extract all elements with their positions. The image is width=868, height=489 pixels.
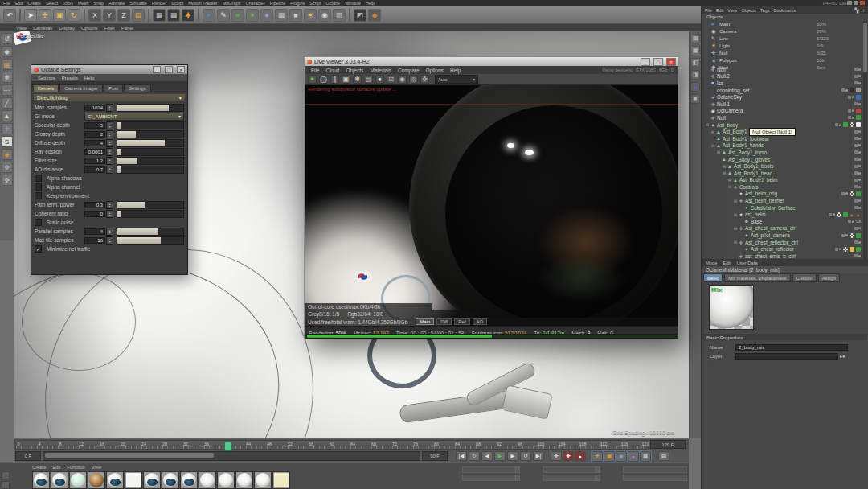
stepper-icon[interactable]: ▴▾	[106, 148, 113, 156]
material-thumbnail-6[interactable]	[125, 471, 142, 489]
slider[interactable]	[117, 236, 184, 244]
visibility-dots[interactable]	[841, 88, 861, 92]
lock-resolution-icon[interactable]: ✜	[420, 75, 429, 84]
undo-icon[interactable]: ↶	[3, 9, 16, 22]
viewport-menu-cameras[interactable]: Cameras	[33, 26, 52, 31]
range-end-field[interactable]: 90 F	[422, 451, 448, 461]
menu-simulate[interactable]: Simulate	[130, 1, 147, 6]
stepper-icon[interactable]: ▴▾	[106, 201, 113, 209]
am-tab-mix-materials-displacement[interactable]: Mix materials, Displacement	[724, 273, 790, 282]
save-image-icon[interactable]: ▤	[364, 75, 373, 84]
key-scale-toggle[interactable]: ▣	[604, 451, 615, 462]
workplane-icon[interactable]: ✱	[2, 72, 13, 83]
mm-menu-function[interactable]: Function	[67, 465, 84, 470]
gear-icon[interactable]: ✱	[690, 94, 700, 104]
focus-picker-icon[interactable]: ◉	[398, 75, 407, 84]
visibility-dots[interactable]	[854, 75, 861, 78]
om-menu-objects[interactable]: Objects	[741, 8, 756, 13]
layer-field[interactable]	[735, 353, 838, 360]
view-grid-icon[interactable]: ▦	[690, 46, 700, 55]
tree-row-null-1[interactable]: ✛Null 1	[702, 101, 862, 108]
rotate-icon[interactable]: ↻	[68, 9, 80, 22]
pause-icon[interactable]: ∥	[330, 75, 339, 84]
tree-row-null-2[interactable]: ✛Null.2	[702, 73, 862, 80]
tree-row-octcamera[interactable]: ◉OctCamera	[702, 108, 862, 115]
render-settings-icon[interactable]: ✱	[182, 9, 194, 22]
slider[interactable]	[117, 210, 184, 218]
close-icon[interactable]	[860, 1, 865, 5]
mm-menu-create[interactable]: Create	[32, 465, 46, 470]
tree-row-ast-chest-camera-ctrl[interactable]: ⊟✛Ast_chest_camera_ctrl	[702, 225, 862, 232]
axis-mode-icon[interactable]: ✛	[2, 123, 13, 134]
octane-flower-icon[interactable]: ✶	[246, 9, 259, 22]
scene-dark-icon[interactable]: ◩	[354, 9, 366, 22]
lv-menu-materials[interactable]: Materials	[371, 68, 391, 73]
coord-field[interactable]	[542, 475, 596, 481]
gray-tag-icon[interactable]	[856, 88, 861, 92]
checker-tag-icon[interactable]	[850, 122, 854, 127]
next-frame-button[interactable]: ▶	[507, 451, 518, 461]
tree-row-octanesky[interactable]: ●OctaneSky	[702, 93, 862, 101]
scroll-up-icon[interactable]: ↕	[862, 8, 865, 13]
visibility-dots[interactable]	[854, 158, 861, 161]
am-menu-edit[interactable]: Edit	[723, 261, 731, 265]
key-pla-toggle[interactable]: ▦	[640, 451, 651, 462]
stepper-icon[interactable]: ▴▾	[106, 121, 113, 129]
timeline-playhead[interactable]	[224, 442, 232, 451]
checkbox-static-noise[interactable]	[35, 219, 42, 226]
layer-picker-icon[interactable]: ▸●	[840, 353, 845, 359]
checkbox-alpha-channel[interactable]	[35, 183, 42, 191]
visibility-dots[interactable]	[854, 179, 861, 182]
coord-field[interactable]	[462, 466, 515, 473]
summary-row-light[interactable]: ☀Light9/9	[702, 42, 868, 49]
coord-field[interactable]	[623, 475, 687, 481]
value-field[interactable]: 4	[84, 140, 105, 146]
cube-primitive-icon[interactable]: ■	[289, 9, 302, 22]
menu-animate[interactable]: Animate	[108, 1, 125, 6]
material-thumbnail-2[interactable]	[51, 471, 68, 489]
checkbox-keep-environment[interactable]	[35, 192, 42, 199]
coord-stepper[interactable]	[596, 466, 600, 473]
visibility-dots[interactable]	[848, 115, 861, 120]
visibility-dots[interactable]	[835, 122, 861, 127]
om-menu-edit[interactable]: Edit	[716, 8, 723, 13]
play-button[interactable]: ▶	[494, 451, 506, 461]
viewport-menu-display[interactable]: Display	[59, 26, 75, 31]
magnet-icon[interactable]: ◈	[2, 149, 13, 160]
stepper-icon[interactable]: ▴▾	[106, 166, 113, 174]
key-rotation-toggle[interactable]: ◉	[616, 451, 627, 462]
stepper-icon[interactable]: ▴▾	[106, 104, 113, 112]
material-preview[interactable]: Mix	[709, 285, 754, 330]
range-slider-thumb[interactable]	[45, 453, 214, 458]
lv-menu-cloud[interactable]: Cloud	[326, 68, 339, 73]
menu-create[interactable]: Create	[27, 1, 41, 6]
visibility-dots[interactable]: ▲▲	[829, 212, 861, 217]
tree-row-ast-chest-emis-b-ctrl[interactable]: ✛ast_chest_emis_b_ctrl	[702, 253, 862, 259]
material-thumbnail-8[interactable]	[162, 471, 179, 489]
slider[interactable]	[117, 157, 184, 165]
coord-system-icon[interactable]: ▤	[132, 9, 145, 22]
object-picker-icon[interactable]: ◎	[409, 75, 418, 84]
menu-character[interactable]: Character	[246, 1, 265, 6]
value-field[interactable]: 0.3	[84, 202, 105, 208]
kernel-dropdown[interactable]: Directlighting ▾	[34, 94, 185, 101]
tree-row-null[interactable]: ✛Null	[702, 114, 862, 121]
tree-row-ast-body1-head[interactable]: ⊟▲Ast_Body1_head	[702, 170, 862, 177]
tree-row-ast-body1-gloves[interactable]: ▲Ast_Body1_gloves	[702, 156, 862, 163]
om-menu-view[interactable]: View	[727, 8, 737, 13]
layer-browser-icon[interactable]: ▚	[854, 7, 858, 13]
slider[interactable]	[117, 148, 184, 156]
visibility-dots[interactable]	[854, 206, 861, 209]
stepper-icon[interactable]: ▴▾	[106, 157, 113, 165]
tab-camera-imager[interactable]: Camera Imager	[59, 84, 103, 92]
goto-start-button[interactable]: |◀	[456, 451, 467, 461]
om-menu-file[interactable]: File	[705, 8, 712, 13]
view-left-icon[interactable]: ◧	[690, 58, 700, 68]
move-icon[interactable]: ✛	[39, 9, 51, 22]
yellow-tag-icon[interactable]	[850, 247, 854, 252]
tab-settings[interactable]: Settings	[124, 84, 151, 92]
basic-properties-header[interactable]: Basic Properties	[703, 334, 867, 340]
stepper-icon[interactable]: ▴▾	[106, 139, 113, 147]
am-tab-custom[interactable]: Custom	[792, 273, 817, 282]
menu-edit[interactable]: Edit	[15, 1, 23, 6]
